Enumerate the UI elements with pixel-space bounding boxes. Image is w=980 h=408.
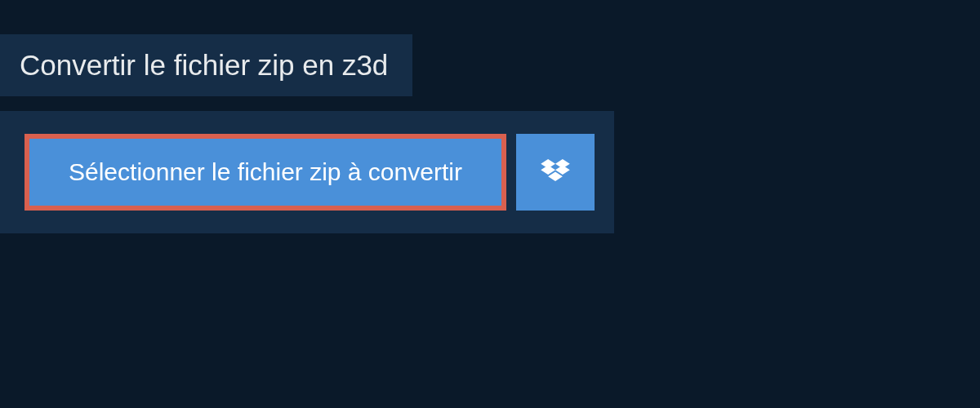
dropbox-icon xyxy=(541,159,570,185)
dropbox-button[interactable] xyxy=(516,134,595,211)
select-file-button[interactable]: Sélectionner le fichier zip à convertir xyxy=(24,134,506,211)
title-bar: Convertir le fichier zip en z3d xyxy=(0,34,412,96)
button-panel: Sélectionner le fichier zip à convertir xyxy=(0,111,614,233)
select-file-label: Sélectionner le fichier zip à convertir xyxy=(69,158,462,186)
main-container: Convertir le fichier zip en z3d Sélectio… xyxy=(0,0,980,233)
page-title: Convertir le fichier zip en z3d xyxy=(20,49,388,81)
